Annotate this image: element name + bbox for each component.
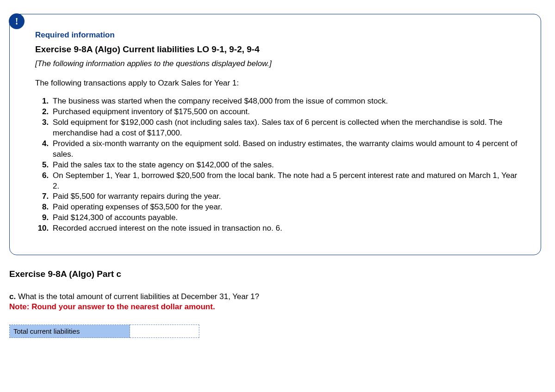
applies-note: [The following information applies to th… bbox=[35, 59, 522, 68]
exercise-title: Exercise 9-8A (Algo) Current liabilities… bbox=[35, 44, 522, 55]
question-body: What is the total amount of current liab… bbox=[16, 292, 259, 301]
transaction-item: On September 1, Year 1, borrowed $20,500… bbox=[51, 171, 522, 192]
answer-table: Total current liabilities bbox=[9, 325, 199, 338]
answer-cell[interactable] bbox=[130, 325, 199, 338]
rounding-note: Note: Round your answer to the nearest d… bbox=[9, 302, 541, 312]
question-letter: c. bbox=[9, 292, 16, 301]
transaction-item: Recorded accrued interest on the note is… bbox=[51, 223, 522, 234]
transaction-item: Purchased equipment inventory of $175,50… bbox=[51, 107, 522, 117]
transaction-item: Paid $124,300 of accounts payable. bbox=[51, 213, 522, 223]
total-current-liabilities-input[interactable] bbox=[134, 327, 195, 336]
transactions-list: The business was started when the compan… bbox=[35, 96, 522, 234]
required-information-heading: Required information bbox=[35, 31, 522, 40]
transaction-item: Provided a six-month warranty on the equ… bbox=[51, 139, 522, 160]
answer-row-label: Total current liabilities bbox=[10, 325, 130, 338]
transactions-intro: The following transactions apply to Ozar… bbox=[35, 79, 522, 88]
info-icon: ! bbox=[9, 13, 25, 29]
part-title: Exercise 9-8A (Algo) Part c bbox=[9, 269, 541, 279]
question-text: c. What is the total amount of current l… bbox=[9, 292, 541, 301]
transaction-item: Paid the sales tax to the state agency o… bbox=[51, 160, 522, 171]
transaction-item: The business was started when the compan… bbox=[51, 96, 522, 107]
table-row: Total current liabilities bbox=[10, 325, 199, 338]
transaction-item: Paid operating expenses of $53,500 for t… bbox=[51, 202, 522, 213]
required-information-panel: ! Required information Exercise 9-8A (Al… bbox=[9, 14, 541, 255]
transaction-item: Sold equipment for $192,000 cash (not in… bbox=[51, 117, 522, 139]
transaction-item: Paid $5,500 for warranty repairs during … bbox=[51, 191, 522, 202]
